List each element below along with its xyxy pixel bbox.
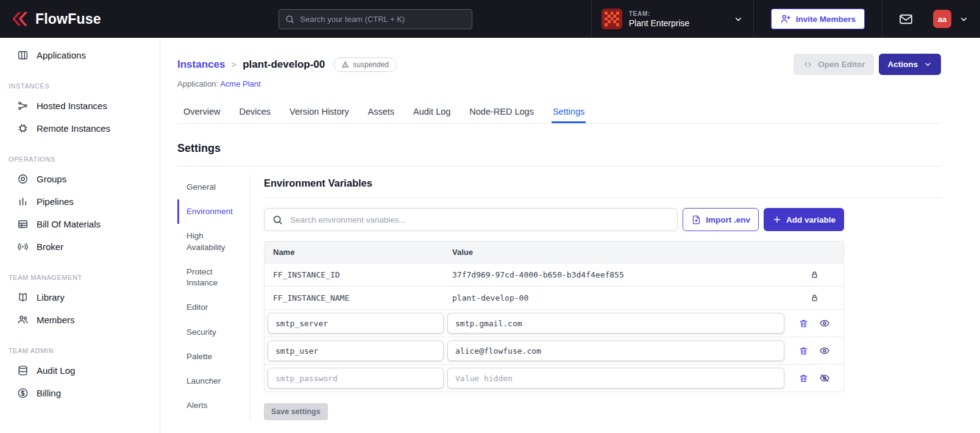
breadcrumb-separator: > [231,59,236,70]
team-name: Plant Enterprise [629,18,690,28]
table-row [265,364,843,392]
tab-version-history[interactable]: Version History [288,102,350,123]
tab-assets[interactable]: Assets [367,102,396,123]
delete-icon[interactable] [798,373,809,384]
sidebar-item-label: Members [37,315,75,325]
env-var-name-input[interactable] [268,340,444,361]
warning-icon [341,60,349,68]
settings-nav-editor[interactable]: Editor [177,295,241,320]
tab-node-red-logs[interactable]: Node-RED Logs [468,102,535,123]
broker-icon [17,241,29,252]
tab-overview[interactable]: Overview [182,102,221,123]
lock-icon [785,270,843,279]
user-menu[interactable]: aa [929,10,980,28]
env-var-name-input[interactable] [268,368,444,388]
delete-icon[interactable] [798,346,809,356]
team-label: TEAM: [629,10,690,17]
table-row [265,309,843,337]
settings-nav-general[interactable]: General [177,175,241,199]
application-link[interactable]: Acme Plant [220,79,260,88]
actions-button[interactable]: Actions [879,54,941,75]
settings-subnav: General Environment High Availability Pr… [177,175,241,420]
library-icon [17,292,29,303]
sidebar-item-label: Pipelines [37,196,74,207]
env-var-value-input[interactable] [447,368,784,388]
instance-tabs: Overview Devices Version History Assets … [177,102,941,124]
sidebar-item-remote-instances[interactable]: Remote Instances [0,117,160,140]
settings-nav-launcher[interactable]: Launcher [177,369,241,393]
tab-audit-log[interactable]: Audit Log [412,102,452,123]
chevron-down-icon [733,14,744,24]
sidebar-section-header: TEAM ADMIN [0,331,160,359]
breadcrumb-instances-link[interactable]: Instances [177,59,225,71]
status-badge-label: suspended [353,60,389,69]
sidebar-item-applications[interactable]: Applications [0,44,160,66]
table-row: FF_INSTANCE_NAME plant-develop-00 [265,286,843,309]
env-search-input[interactable] [264,208,678,231]
user-avatar: aa [933,10,951,28]
import-env-label: Import .env [706,215,750,224]
team-search-input[interactable] [279,9,472,29]
eye-icon[interactable] [819,318,830,329]
sidebar-section-header: OPERATIONS [0,140,160,168]
invite-members-label: Invite Members [796,15,856,24]
env-variables-table: Name Value FF_INSTANCE_ID 37f7d969-97cd-… [264,241,844,392]
table-row [265,337,843,364]
brand[interactable]: FlowFuse [0,10,160,28]
eye-icon[interactable] [819,345,830,356]
settings-nav-environment[interactable]: Environment [177,199,241,224]
sidebar-item-broker[interactable]: Broker [0,235,160,258]
environment-panel: Environment Variables Import .env [250,175,941,420]
add-variable-button[interactable]: Add variable [764,208,844,231]
sidebar-item-pipelines[interactable]: Pipelines [0,190,160,213]
sidebar-item-label: Hosted Instances [37,101,107,111]
settings-nav-palette[interactable]: Palette [177,345,241,369]
settings-nav-protect-instance[interactable]: Protect Instance [177,260,241,295]
sidebar-item-groups[interactable]: Groups [0,168,160,190]
sidebar-item-bill-of-materials[interactable]: Bill Of Materials [0,213,160,235]
invite-members-button[interactable]: Invite Members [771,9,865,29]
table-row: FF_INSTANCE_ID 37f7d969-97cd-4000-b650-b… [265,263,843,286]
open-editor-icon [803,59,813,70]
plus-icon [772,215,782,224]
env-var-name: FF_INSTANCE_ID [265,263,444,286]
actions-label: Actions [887,60,918,69]
notifications-mail-icon[interactable] [882,0,929,38]
settings-nav-security[interactable]: Security [177,320,241,345]
sidebar-item-library[interactable]: Library [0,286,160,309]
sidebar-item-label: Billing [37,388,61,398]
env-var-value-input[interactable] [447,340,784,361]
sidebar-item-label: Bill Of Materials [37,219,101,229]
settings-nav-alerts[interactable]: Alerts [177,393,241,418]
status-badge: suspended [333,57,397,72]
sidebar-item-label: Applications [37,50,86,60]
members-icon [17,314,29,326]
env-var-name-input[interactable] [268,313,444,334]
environment-title: Environment Variables [264,175,941,198]
team-selector[interactable]: TEAM: Plant Enterprise [591,0,754,38]
env-var-value-input[interactable] [447,313,784,334]
settings-nav-high-availability[interactable]: High Availability [177,224,241,259]
sidebar: Applications INSTANCES Hosted Instances … [0,38,160,433]
column-header-value: Value [444,242,785,263]
sidebar-item-members[interactable]: Members [0,309,160,331]
sidebar-section-header: TEAM MANAGEMENT [0,258,160,286]
lock-icon [785,293,843,302]
env-var-value: 37f7d969-97cd-4000-b650-b3d4f4eef855 [444,263,785,286]
tab-settings[interactable]: Settings [552,102,586,123]
open-editor-button[interactable]: Open Editor [794,54,874,75]
hosted-instances-icon [17,100,29,112]
eye-off-icon[interactable] [819,373,830,384]
delete-icon[interactable] [798,318,809,329]
column-header-name: Name [265,242,444,263]
team-avatar [602,9,622,29]
application-label: Application: [177,79,218,88]
billing-icon [17,387,29,399]
sidebar-item-hosted-instances[interactable]: Hosted Instances [0,95,160,117]
tab-devices[interactable]: Devices [238,102,272,123]
chevron-down-icon [959,14,969,24]
import-env-button[interactable]: Import .env [683,208,759,231]
sidebar-item-audit-log[interactable]: Audit Log [0,359,160,382]
save-settings-button[interactable]: Save settings [264,403,328,420]
sidebar-item-billing[interactable]: Billing [0,382,160,404]
